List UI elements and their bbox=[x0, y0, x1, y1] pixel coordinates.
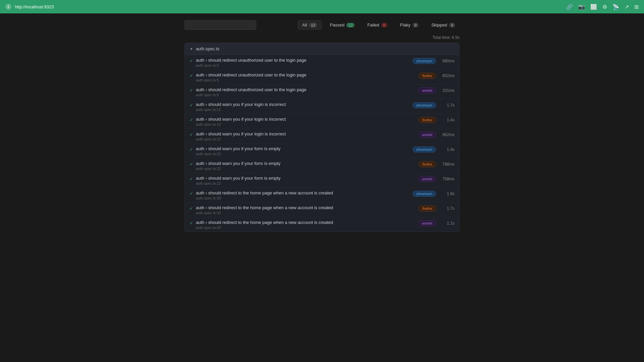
table-row[interactable]: ✓ auth › should redirect unauthorized us… bbox=[185, 55, 459, 70]
filter-all-button[interactable]: All 12 bbox=[298, 20, 322, 29]
test-left: ✓ auth › should redirect to the home pag… bbox=[190, 205, 419, 215]
test-info: auth › should warn you if your login is … bbox=[196, 117, 286, 126]
browser-badge: firefox bbox=[419, 161, 436, 167]
test-right: webkit 1.1s bbox=[418, 220, 454, 226]
test-right: webkit 862ms bbox=[418, 132, 454, 138]
test-file: auth.spec.ts:12 bbox=[196, 137, 286, 141]
test-file: auth.spec.ts:12 bbox=[196, 122, 286, 126]
results-panel: ▼ auth.spec.ts ✓ auth › should redirect … bbox=[184, 43, 460, 232]
test-name: auth › should redirect to the home page … bbox=[196, 190, 333, 195]
search-input[interactable] bbox=[184, 20, 256, 30]
test-right: firefox 852ms bbox=[419, 73, 454, 79]
layout-icon[interactable]: ⊞ bbox=[634, 4, 639, 10]
filter-failed-count: 0 bbox=[381, 23, 387, 27]
table-row[interactable]: ✓ auth › should redirect unauthorized us… bbox=[185, 70, 459, 84]
filter-passed-button[interactable]: Passed 12 bbox=[326, 20, 359, 29]
test-right: webkit 758ms bbox=[418, 176, 454, 182]
test-info: auth › should redirect to the home page … bbox=[196, 205, 333, 215]
check-icon: ✓ bbox=[190, 147, 193, 152]
test-duration: 1.8s bbox=[439, 191, 454, 196]
test-info: auth › should redirect unauthorized user… bbox=[196, 87, 307, 97]
filter-skipped-count: 0 bbox=[449, 23, 455, 27]
test-file: auth.spec.ts:12 bbox=[196, 108, 286, 112]
test-left: ✓ auth › should warn you if your login i… bbox=[190, 131, 418, 141]
test-info: auth › should redirect unauthorized user… bbox=[196, 72, 307, 82]
filter-flaky-button[interactable]: Flaky 0 bbox=[396, 20, 423, 29]
file-group-header[interactable]: ▼ auth.spec.ts bbox=[185, 43, 459, 55]
browser-badge: webkit bbox=[418, 87, 436, 94]
filter-flaky-count: 0 bbox=[413, 23, 419, 27]
test-name: auth › should redirect to the home page … bbox=[196, 220, 333, 225]
test-right: firefox 788ms bbox=[419, 161, 454, 167]
test-file: auth.spec.ts:30 bbox=[196, 211, 333, 215]
filter-passed-count: 12 bbox=[346, 23, 355, 27]
browser-badge: chromium bbox=[413, 191, 436, 197]
settings-icon[interactable]: ⚙ bbox=[602, 4, 607, 10]
test-left: ✓ auth › should warn you if your login i… bbox=[190, 117, 419, 126]
total-time: Total time: 6.5s bbox=[184, 35, 460, 40]
test-duration: 788ms bbox=[439, 162, 454, 167]
table-row[interactable]: ✓ auth › should warn you if your login i… bbox=[185, 129, 459, 143]
test-duration: 758ms bbox=[439, 177, 454, 181]
test-left: ✓ auth › should redirect unauthorized us… bbox=[190, 87, 418, 97]
test-name: auth › should warn you if your form is e… bbox=[196, 146, 280, 151]
test-right: chromium 980ms bbox=[413, 58, 454, 64]
filter-flaky-label: Flaky bbox=[400, 22, 411, 27]
test-file: auth.spec.ts:5 bbox=[196, 78, 307, 82]
test-right: firefox 1.7s bbox=[419, 205, 454, 212]
test-duration: 1.4s bbox=[439, 118, 454, 122]
browser-badge: firefox bbox=[419, 205, 436, 212]
test-info: auth › should warn you if your form is e… bbox=[196, 146, 280, 156]
arrow-icon[interactable]: ↗ bbox=[625, 4, 629, 10]
filter-bar: 🔍 All 12 Passed 12 Failed 0 Flaky 0 Skip… bbox=[184, 20, 460, 30]
table-row[interactable]: ✓ auth › should warn you if your login i… bbox=[185, 114, 459, 129]
filter-skipped-label: Skipped bbox=[431, 22, 447, 27]
browser-badge: webkit bbox=[418, 132, 436, 138]
test-left: ✓ auth › should warn you if your form is… bbox=[190, 176, 418, 185]
file-group-name: auth.spec.ts bbox=[196, 46, 219, 51]
filter-skipped-button[interactable]: Skipped 0 bbox=[427, 20, 460, 29]
table-row[interactable]: ✓ auth › should warn you if your form is… bbox=[185, 143, 459, 158]
test-right: chromium 1.7s bbox=[413, 102, 454, 108]
check-icon: ✓ bbox=[190, 88, 193, 93]
test-left: ✓ auth › should warn you if your form is… bbox=[190, 146, 413, 156]
filter-passed-label: Passed bbox=[330, 22, 344, 27]
broadcast-icon[interactable]: 📡 bbox=[612, 4, 619, 10]
link-icon[interactable]: 🔗 bbox=[566, 4, 573, 10]
topbar-left: i http://localhost:9323 bbox=[5, 4, 54, 10]
window-icon[interactable]: ⬜ bbox=[590, 4, 597, 10]
filter-all-count: 12 bbox=[309, 23, 317, 27]
table-row[interactable]: ✓ auth › should redirect to the home pag… bbox=[185, 188, 459, 202]
table-row[interactable]: ✓ auth › should redirect to the home pag… bbox=[185, 217, 459, 232]
test-duration: 331ms bbox=[439, 88, 454, 93]
test-name: auth › should redirect unauthorized user… bbox=[196, 87, 307, 92]
test-info: auth › should redirect to the home page … bbox=[196, 220, 333, 230]
check-icon: ✓ bbox=[190, 191, 193, 196]
check-icon: ✓ bbox=[190, 117, 193, 122]
browser-badge: firefox bbox=[419, 73, 436, 79]
test-duration: 1.7s bbox=[439, 103, 454, 108]
info-icon: i bbox=[5, 4, 11, 10]
table-row[interactable]: ✓ auth › should warn you if your login i… bbox=[185, 99, 459, 114]
test-info: auth › should warn you if your form is e… bbox=[196, 161, 280, 171]
table-row[interactable]: ✓ auth › should warn you if your form is… bbox=[185, 173, 459, 188]
test-file: auth.spec.ts:30 bbox=[196, 196, 333, 200]
test-duration: 980ms bbox=[439, 59, 454, 63]
table-row[interactable]: ✓ auth › should warn you if your form is… bbox=[185, 158, 459, 173]
test-right: firefox 1.4s bbox=[419, 117, 454, 123]
check-icon: ✓ bbox=[190, 103, 193, 108]
test-right: chromium 1.4s bbox=[413, 146, 454, 153]
test-info: auth › should redirect to the home page … bbox=[196, 190, 333, 200]
table-row[interactable]: ✓ auth › should redirect to the home pag… bbox=[185, 202, 459, 217]
test-file: auth.spec.ts:22 bbox=[196, 167, 280, 171]
camera-icon[interactable]: 📷 bbox=[578, 4, 585, 10]
table-row[interactable]: ✓ auth › should redirect unauthorized us… bbox=[185, 84, 459, 99]
browser-badge: webkit bbox=[418, 220, 436, 226]
test-file: auth.spec.ts:5 bbox=[196, 93, 307, 97]
check-icon: ✓ bbox=[190, 132, 193, 137]
test-name: auth › should warn you if your form is e… bbox=[196, 161, 280, 166]
test-name: auth › should warn you if your login is … bbox=[196, 117, 286, 122]
filter-failed-button[interactable]: Failed 0 bbox=[363, 20, 392, 29]
browser-badge: chromium bbox=[413, 58, 436, 64]
test-name: auth › should redirect unauthorized user… bbox=[196, 58, 307, 63]
